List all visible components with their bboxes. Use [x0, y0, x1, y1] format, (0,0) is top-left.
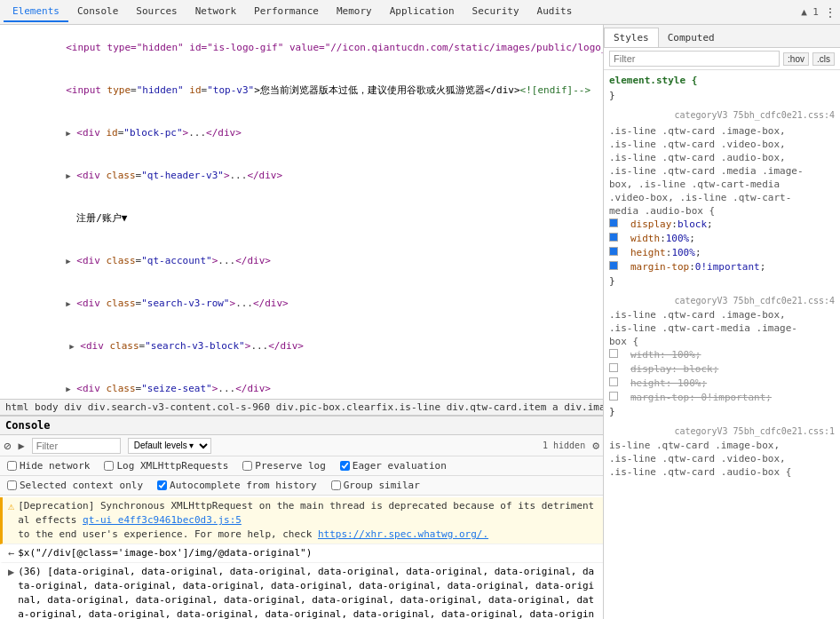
rule-source-3: categoryV3 75bh_cdfc0e21.css:1 [674, 425, 835, 439]
html-line[interactable]: ▶ <div class="search-v3-block">...</div> [0, 325, 603, 368]
console-messages: ⚠ [Deprecation] Synchronous XMLHttpReque… [0, 496, 603, 619]
main-layout: <input type="hidden" id="is-logo-gif" va… [0, 25, 840, 619]
option-preserve-log[interactable]: Preserve log [242, 460, 325, 472]
log-levels-select[interactable]: Default levels ▾ [128, 438, 211, 454]
rule-selector-text-1: .is-line .qtw-card .image-box, .is-line … [609, 124, 835, 218]
expand-icon[interactable]: ▶ [8, 565, 14, 579]
console-message-result: ← $x("//div[@class='image-box']/img/@dat… [0, 544, 603, 563]
left-panel: <input type="hidden" id="is-logo-gif" va… [0, 25, 604, 619]
prop-cb-display-x[interactable] [609, 363, 618, 372]
prop-cb-margintop-x[interactable] [609, 392, 618, 401]
top-tab-network[interactable]: Network [186, 2, 245, 22]
output-text: (36) [data-original, data-original, data… [18, 566, 594, 619]
console-title: Console [5, 419, 51, 432]
top-tab-performance[interactable]: Performance [245, 2, 328, 22]
html-line[interactable]: <input type="hidden" id="top-v3">您当前浏览器版… [0, 69, 603, 112]
console-toolbar: ⊘ ▶ Default levels ▾ 1 hidden ⚙ [0, 435, 603, 456]
prop-margintop-x: margin-top: 0!important ; [609, 391, 835, 405]
result-icon: ← [8, 546, 14, 560]
console-area: Console ⊘ ▶ Default levels ▾ 1 hidden ⚙ … [0, 415, 603, 619]
option-log-xml[interactable]: Log XMLHttpRequests [104, 460, 228, 472]
console-message-warning: ⚠ [Deprecation] Synchronous XMLHttpReque… [0, 497, 603, 544]
console-options-bar: Hide network Log XMLHttpRequests Preserv… [0, 456, 603, 476]
top-tab-security[interactable]: Security [464, 2, 528, 22]
top-tab-console[interactable]: Console [68, 2, 127, 22]
prop-cb-width[interactable] [609, 233, 618, 242]
prop-cb-margin[interactable] [609, 261, 618, 270]
rule-selector-text-2: .is-line .qtw-card .image-box, .is-line … [609, 308, 835, 348]
styles-filter-input[interactable] [609, 51, 780, 67]
top-tab-sources[interactable]: Sources [127, 2, 186, 22]
html-line[interactable]: 注册/账户▼ [0, 197, 603, 240]
option-autocomplete[interactable]: Autocomplete from history [157, 480, 317, 491]
top-tab-bar: Elements Console Sources Network Perform… [0, 0, 840, 25]
html-line[interactable]: ▶ <div class="seize-seat">...</div> [0, 368, 603, 399]
rule-selector-text-3: is-line .qtw-card .image-box, .is-line .… [609, 439, 835, 479]
option-hide-network[interactable]: Hide network [7, 460, 90, 472]
group-similar-checkbox[interactable] [331, 480, 341, 490]
prop-height: height : 100% ; [609, 246, 835, 260]
devtools-badge: ▲ 1 [801, 6, 819, 18]
right-panel: Styles Computed :hov .cls element.style … [604, 25, 840, 619]
html-line[interactable]: ▶ <div class="qt-account">...</div> [0, 240, 603, 282]
xhr-spec-link[interactable]: https://xhr.spec.whatwg.org/. [318, 528, 488, 540]
styles-filter-bar: :hov .cls [604, 48, 840, 70]
hidden-badge: 1 hidden [543, 440, 585, 450]
option-eager-eval[interactable]: Eager evaluation [340, 460, 447, 472]
top-bar-right: ▲ 1 ⋮ [801, 5, 836, 20]
devtools-settings-icon[interactable]: ⋮ [824, 5, 836, 20]
styles-tabs: Styles Computed [604, 25, 840, 48]
breadcrumb: html body div div.search-v3-content.col-… [0, 399, 603, 415]
html-line[interactable]: ▶ <div class="search-v3-row">...</div> [0, 282, 603, 325]
style-rule-1: categoryV3 75bh_cdfc0e21.css:4 .is-line … [609, 108, 835, 289]
console-message-output[interactable]: ▶ (36) [data-original, data-original, da… [0, 563, 603, 619]
style-rule-2: categoryV3 75bh_cdfc0e21.css:4 .is-line … [609, 294, 835, 419]
rule-source-1: categoryV3 75bh_cdfc0e21.css:4 [674, 108, 835, 123]
style-selector: element.style { [609, 74, 835, 88]
selected-context-checkbox[interactable] [7, 480, 17, 490]
top-tab-audits[interactable]: Audits [528, 2, 582, 22]
prop-display-x: display: block ; [609, 362, 835, 377]
prop-cb-height[interactable] [609, 247, 618, 256]
html-line[interactable]: <input type="hidden" id="is-logo-gif" va… [0, 27, 603, 69]
prop-height-x: height: 100% ; [609, 377, 835, 391]
html-line[interactable]: ▶ <div class="qt-header-v3">...</div> [0, 155, 603, 197]
prop-cb-width-x[interactable] [609, 349, 618, 358]
top-tab-elements[interactable]: Elements [4, 2, 68, 22]
deprecation-continuation: to the end user's experience. For more h… [18, 528, 318, 540]
html-line[interactable]: ▶ <div id="block-pc">...</div> [0, 112, 603, 155]
top-level-filter-icon: ▶ [18, 440, 24, 452]
console-settings-icon[interactable]: ⚙ [592, 439, 599, 452]
console-filter-input[interactable] [32, 438, 121, 454]
prop-margin-top: margin-top : 0!important ; [609, 260, 835, 274]
top-tab-application[interactable]: Application [381, 2, 464, 22]
prop-cb-height-x[interactable] [609, 377, 618, 386]
hide-network-checkbox[interactable] [7, 461, 17, 471]
preserve-log-checkbox[interactable] [242, 461, 252, 471]
styles-content: element.style { } categoryV3 75bh_cdfc0e… [604, 70, 840, 619]
style-rule-element: element.style { } [609, 74, 835, 103]
console-options-bar2: Selected context only Autocomplete from … [0, 476, 603, 496]
prop-width-x: width: 100% ; [609, 348, 835, 362]
console-clear-button[interactable]: ⊘ [4, 439, 11, 453]
tab-computed[interactable]: Computed [659, 28, 724, 47]
console-toggle-bar[interactable]: Console [0, 416, 603, 435]
cls-button[interactable]: .cls [812, 52, 835, 66]
warning-icon: ⚠ [8, 499, 14, 513]
html-area[interactable]: <input type="hidden" id="is-logo-gif" va… [0, 25, 603, 399]
autocomplete-checkbox[interactable] [157, 480, 167, 490]
deprecation-link[interactable]: qt-ui e4ff3c9461bec0d3.js:5 [83, 514, 242, 526]
option-group-similar[interactable]: Group similar [331, 480, 420, 491]
eager-eval-checkbox[interactable] [340, 461, 350, 471]
prop-display: display : block ; [609, 218, 835, 232]
result-expression: $x("//div[@class='image-box']/img/@data-… [18, 547, 312, 559]
tab-styles[interactable]: Styles [604, 28, 659, 47]
breadcrumb-text: html body div div.search-v3-content.col-… [5, 401, 603, 413]
log-xml-checkbox[interactable] [104, 461, 114, 471]
rule-source-2: categoryV3 75bh_cdfc0e21.css:4 [674, 294, 835, 308]
prop-cb-display[interactable] [609, 218, 618, 227]
hov-button[interactable]: :hov [783, 52, 809, 66]
option-selected-context[interactable]: Selected context only [7, 480, 143, 491]
devtools-root: Elements Console Sources Network Perform… [0, 0, 840, 619]
top-tab-memory[interactable]: Memory [328, 2, 381, 22]
